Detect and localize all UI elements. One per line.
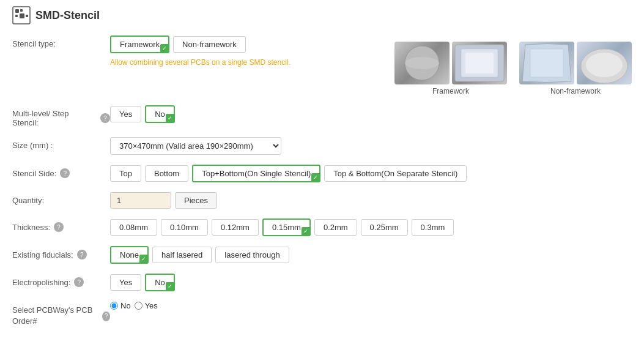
thickness-label: Thickness: ? (12, 218, 110, 232)
pcbway-order-help-icon[interactable]: ? (102, 312, 110, 321)
stencil-type-row: Stencil type: Framework Non-framework Al… (12, 35, 632, 95)
stencil-side-top-bottom-single-button[interactable]: Top+Bottom(On Single Stencil) (192, 165, 320, 182)
non-framework-image-label: Non-framework (550, 87, 601, 95)
svg-rect-10 (465, 53, 494, 73)
stencil-side-bottom-button[interactable]: Bottom (145, 165, 188, 182)
stencil-type-framework-button[interactable]: Framework (110, 35, 169, 53)
stencil-side-label: Stencil Side: ? (12, 165, 110, 178)
quantity-controls: Pieces (110, 192, 632, 209)
svg-point-7 (405, 57, 439, 69)
electropolishing-controls: Yes No (110, 274, 632, 291)
svg-rect-11 (530, 49, 563, 77)
pcbway-order-yes-radio[interactable] (135, 302, 142, 310)
svg-rect-5 (26, 15, 28, 17)
pcbway-order-no-option[interactable]: No (110, 301, 131, 310)
size-controls: 370×470mm (Valid area 190×290mm) (110, 137, 632, 155)
multi-level-help-icon[interactable]: ? (100, 113, 110, 123)
thickness-025-button[interactable]: 0.25mm (361, 219, 408, 236)
multi-level-controls: Yes No (110, 105, 632, 123)
quantity-row: Quantity: Pieces (12, 192, 632, 209)
stencil-type-images: Framework Non-framework (394, 35, 632, 95)
stencil-side-controls: Top Bottom Top+Bottom(On Single Stencil)… (110, 165, 632, 182)
thickness-controls: 0.08mm 0.10mm 0.12mm 0.15mm 0.2mm 0.25mm… (110, 218, 632, 236)
non-framework-image-1 (519, 42, 574, 84)
framework-image-label: Framework (432, 87, 469, 95)
existing-fiducials-controls: None half lasered lasered through (110, 246, 632, 264)
stencil-side-top-button[interactable]: Top (110, 165, 141, 182)
stencil-type-controls: Framework Non-framework (110, 35, 333, 53)
stencil-side-row: Stencil Side: ? Top Bottom Top+Bottom(On… (12, 165, 632, 182)
svg-point-13 (586, 53, 623, 77)
stencil-type-hint: Allow combining several PCBs on a single… (110, 58, 333, 67)
non-framework-image-group: Non-framework (519, 42, 632, 95)
smd-stencil-icon (12, 6, 31, 24)
pcbway-order-yes-option[interactable]: Yes (135, 301, 158, 310)
pcbway-order-row: Select PCBWay's PCB Order# ? No Yes (12, 301, 632, 327)
pcbway-order-label: Select PCBWay's PCB Order# ? (12, 301, 110, 327)
existing-fiducials-row: Existing fiducials: ? None half lasered … (12, 246, 632, 264)
thickness-help-icon[interactable]: ? (54, 222, 64, 232)
page-title: SMD-Stencil (35, 9, 100, 22)
framework-image-group: Framework (394, 42, 507, 95)
quantity-unit: Pieces (175, 192, 217, 209)
pcbway-order-controls: No Yes (110, 301, 632, 310)
thickness-012-button[interactable]: 0.12mm (212, 219, 259, 236)
stencil-side-top-bottom-separate-button[interactable]: Top & Bottom(On Separate Stencil) (324, 165, 467, 182)
size-row: Size (mm) : 370×470mm (Valid area 190×29… (12, 137, 632, 155)
electropolishing-label: Electropolishing: ? (12, 274, 110, 287)
thickness-row: Thickness: ? 0.08mm 0.10mm 0.12mm 0.15mm… (12, 218, 632, 236)
non-framework-image-2 (577, 42, 632, 84)
svg-rect-3 (15, 15, 18, 17)
thickness-02-button[interactable]: 0.2mm (314, 219, 357, 236)
thickness-008-button[interactable]: 0.08mm (110, 219, 157, 236)
svg-rect-2 (20, 9, 23, 12)
multi-level-row: Multi-level/ Step Stencil: ? Yes No (12, 105, 632, 127)
fiducials-half-lasered-button[interactable]: half lasered (152, 247, 212, 263)
svg-rect-1 (15, 9, 19, 13)
framework-image-1 (394, 42, 450, 84)
electropolishing-help-icon[interactable]: ? (74, 277, 84, 287)
size-label: Size (mm) : (12, 137, 110, 150)
fiducials-lasered-through-button[interactable]: lasered through (215, 247, 289, 263)
existing-fiducials-help-icon[interactable]: ? (77, 250, 87, 259)
existing-fiducials-label: Existing fiducials: ? (12, 246, 110, 259)
multi-level-yes-button[interactable]: Yes (110, 106, 141, 122)
quantity-label: Quantity: (12, 192, 110, 205)
multi-level-label: Multi-level/ Step Stencil: ? (12, 105, 110, 127)
multi-level-no-button[interactable]: No (145, 105, 175, 123)
svg-rect-4 (20, 13, 24, 18)
page-header: SMD-Stencil (12, 6, 632, 24)
quantity-input[interactable] (110, 192, 171, 209)
thickness-015-button[interactable]: 0.15mm (262, 218, 311, 236)
pcbway-order-no-radio[interactable] (110, 302, 118, 310)
framework-image-2 (452, 42, 507, 84)
electropolishing-yes-button[interactable]: Yes (110, 274, 141, 291)
size-select[interactable]: 370×470mm (Valid area 190×290mm) (110, 137, 281, 155)
thickness-010-button[interactable]: 0.10mm (161, 219, 208, 236)
electropolishing-no-button[interactable]: No (145, 274, 175, 291)
stencil-type-non-framework-button[interactable]: Non-framework (173, 36, 246, 53)
fiducials-none-button[interactable]: None (110, 246, 149, 264)
stencil-side-help-icon[interactable]: ? (60, 168, 70, 178)
stencil-type-label: Stencil type: (12, 35, 110, 48)
electropolishing-row: Electropolishing: ? Yes No (12, 274, 632, 291)
thickness-03-button[interactable]: 0.3mm (412, 219, 454, 236)
